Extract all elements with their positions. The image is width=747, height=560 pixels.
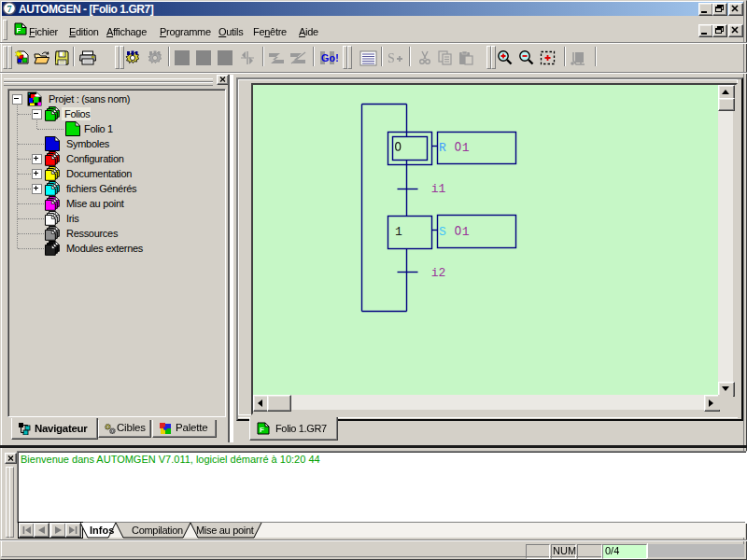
svg-text:7: 7: [7, 4, 12, 14]
svg-text:F: F: [260, 426, 264, 434]
svg-text:Infos: Infos: [90, 525, 114, 536]
svg-text:1: 1: [462, 141, 470, 155]
svg-text:S: S: [388, 51, 395, 65]
svg-text:1: 1: [395, 225, 402, 239]
svg-text:i1: i1: [431, 182, 446, 196]
svg-text:i2: i2: [431, 266, 446, 280]
svg-text:Mise au point: Mise au point: [196, 525, 254, 536]
svg-text:Go!: Go!: [321, 52, 338, 63]
svg-text:R: R: [439, 141, 446, 155]
svg-text:F: F: [17, 26, 21, 35]
svg-text:S: S: [439, 225, 446, 239]
svg-text:Compilation: Compilation: [132, 525, 183, 536]
svg-text:1: 1: [462, 225, 470, 239]
